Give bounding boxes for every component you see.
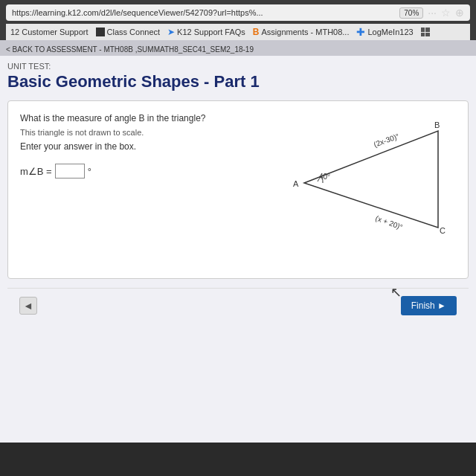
angle-b-input[interactable] (55, 164, 85, 178)
page-area: < BACK TO ASSESSMENT - MTH08B ,SUMMATH8_… (0, 40, 476, 443)
prev-icon: ◄ (23, 300, 33, 312)
browser-chrome: https://learning.k12.com/d2l/le/sequence… (0, 0, 476, 443)
k12-support-label: K12 Support FAQs (177, 28, 245, 36)
page-title: Basic Geometric Shapes - Part 1 (7, 72, 469, 91)
svg-text:C: C (440, 226, 446, 235)
tab-class-connect[interactable]: Class Connect (96, 28, 161, 36)
assignments-icon: B (253, 27, 260, 37)
tabs-bar: 12 Customer Support Class Connect ➤ K12 … (6, 24, 470, 40)
degree-symbol: ° (88, 166, 91, 177)
browser-actions: ··· ☆ ⊕ (428, 7, 464, 19)
prev-nav: ◄ (19, 297, 37, 315)
address-bar[interactable]: https://learning.k12.com/d2l/le/sequence… (6, 4, 470, 21)
class-connect-label: Class Connect (107, 28, 161, 36)
unit-label: UNIT TEST: (7, 62, 469, 71)
svg-text:A: A (293, 179, 299, 188)
tab-k12-support[interactable]: ➤ K12 Support FAQs (167, 27, 245, 37)
svg-text:(2x-30)°: (2x-30)° (373, 132, 400, 149)
triangle-diagram: B A C 40° (2x-30)° (x + 20)° (289, 116, 453, 250)
tab-assignments[interactable]: B Assignments - MTH08... (253, 27, 350, 37)
svg-text:40°: 40° (319, 173, 330, 181)
svg-text:(x + 20)°: (x + 20)° (374, 214, 404, 231)
cursor-icon: ↖ (390, 284, 402, 300)
grid-icon[interactable] (421, 28, 430, 36)
tab-customer-support[interactable]: 12 Customer Support (10, 28, 89, 36)
class-connect-icon (96, 28, 105, 36)
finish-button[interactable]: Finish ► (401, 296, 457, 315)
logmein-label: LogMeIn123 (367, 28, 413, 36)
svg-text:B: B (434, 120, 440, 129)
tab-logmein[interactable]: ✚ LogMeIn123 (356, 26, 413, 38)
bottom-nav: ◄ ↖ Finish ► (7, 288, 469, 323)
k12-support-icon: ➤ (167, 27, 175, 37)
more-options-icon[interactable]: ··· (428, 7, 437, 19)
user-icon[interactable]: ⊕ (455, 7, 464, 19)
logmein-icon: ✚ (356, 26, 365, 38)
question-card: What is the measure of angle B in the tr… (7, 100, 469, 279)
url-text: https://learning.k12.com/d2l/le/sequence… (12, 8, 395, 17)
finish-label: Finish ► (411, 300, 446, 311)
zoom-level: 70% (399, 7, 423, 19)
answer-label: m∠B = (20, 166, 52, 177)
customer-support-label: 12 Customer Support (10, 28, 89, 36)
assignments-label: Assignments - MTH08... (262, 28, 350, 36)
main-content: UNIT TEST: Basic Geometric Shapes - Part… (0, 56, 476, 443)
back-link[interactable]: < BACK TO ASSESSMENT - MTH08B ,SUMMATH8_… (0, 43, 476, 56)
prev-button[interactable]: ◄ (19, 297, 37, 315)
bookmark-icon[interactable]: ☆ (441, 7, 451, 19)
